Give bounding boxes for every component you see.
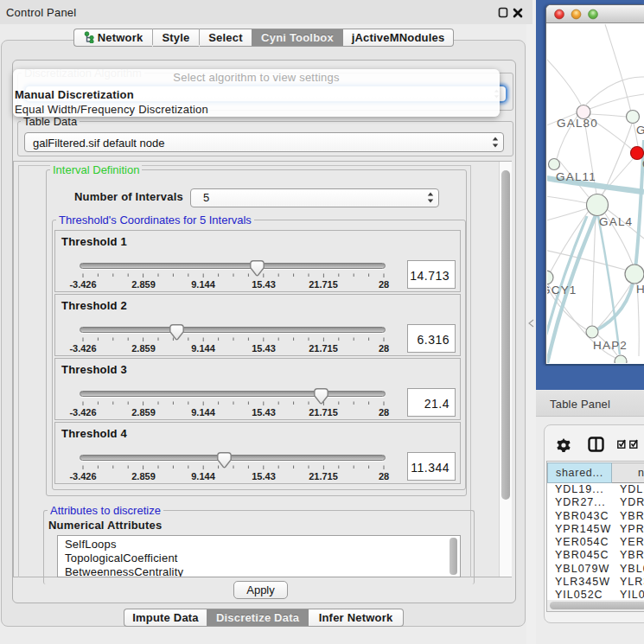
svg-text:H: H [636, 283, 644, 296]
svg-text:GAL4: GAL4 [599, 215, 633, 228]
svg-text:HAP2: HAP2 [593, 339, 628, 352]
svg-text:GCY1: GCY1 [547, 284, 577, 296]
svg-text:GA: GA [636, 124, 644, 137]
svg-text:GAL11: GAL11 [556, 170, 596, 183]
svg-text:GAL80: GAL80 [557, 117, 598, 130]
